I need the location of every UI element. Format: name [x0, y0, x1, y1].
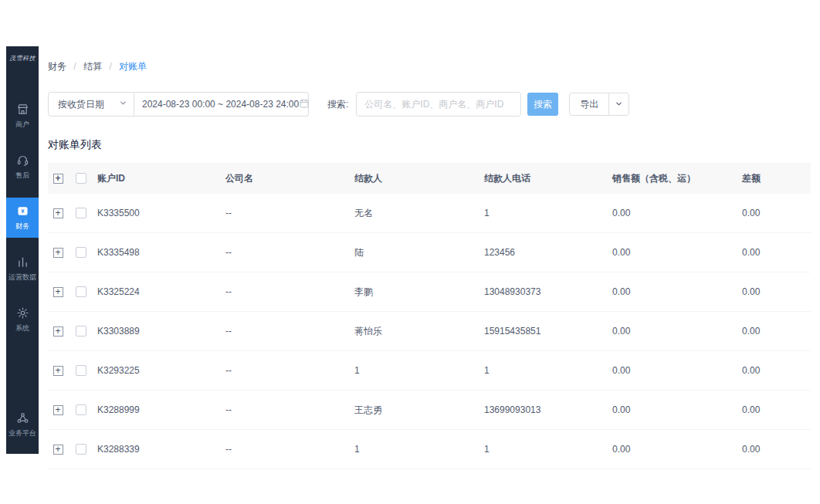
- row-checkbox[interactable]: [76, 326, 86, 337]
- sidebar-item-business-platform[interactable]: 业务平台: [6, 404, 39, 445]
- cell-company-name: --: [222, 247, 351, 258]
- expand-row-icon[interactable]: [53, 287, 63, 297]
- row-checkbox[interactable]: [76, 286, 86, 297]
- row-checkbox[interactable]: [76, 247, 86, 258]
- cell-payee-phone: 123456: [481, 247, 609, 258]
- sidebar-item-operations-data[interactable]: 运营数据: [6, 249, 39, 289]
- cell-payee: 王志勇: [351, 404, 481, 417]
- expand-row-icon[interactable]: [53, 445, 63, 455]
- expand-all-icon[interactable]: [53, 174, 63, 184]
- cell-sales-amount: 0.00: [609, 365, 739, 376]
- cell-account-id: K3293225: [94, 365, 222, 376]
- cell-difference: 0.00: [739, 247, 811, 258]
- sidebar-item-merchant[interactable]: 商户: [6, 96, 39, 136]
- export-dropdown-caret[interactable]: [608, 93, 629, 116]
- cell-payee: 蒋怡乐: [351, 325, 481, 338]
- cell-payee-phone: 13048930373: [481, 286, 609, 297]
- app-logo: 茂雪科技: [6, 46, 39, 69]
- sidebar: 茂雪科技 商户 售后: [6, 46, 39, 454]
- row-checkbox[interactable]: [76, 365, 86, 376]
- table-row: K3303889 -- 蒋怡乐 15915435851 0.00 0.00: [48, 312, 811, 351]
- sidebar-nav: 商户 售后 ¥ 财务: [6, 96, 39, 340]
- sidebar-item-system[interactable]: 系统: [6, 299, 39, 340]
- expand-row-icon[interactable]: [53, 208, 63, 218]
- cell-payee-phone: 1: [481, 444, 609, 455]
- row-checkbox[interactable]: [76, 208, 86, 218]
- table-header: 账户ID 公司名 结款人 结款人电话 销售额（含税、运） 差额: [48, 163, 811, 194]
- cell-company-name: --: [222, 208, 351, 218]
- cell-payee: 无名: [351, 207, 481, 220]
- header-payee: 结款人: [351, 172, 481, 185]
- main-content: 财务 / 结算 / 对账单 按收货日期 2024-08-23 00:00 ~ 2…: [48, 46, 811, 469]
- cell-sales-amount: 0.00: [609, 286, 739, 297]
- export-split-button: 导出: [569, 93, 629, 116]
- breadcrumb-item-statement: 对账单: [119, 61, 147, 72]
- cell-difference: 0.00: [739, 444, 811, 455]
- expand-row-icon[interactable]: [53, 405, 63, 415]
- filter-bar: 按收货日期 2024-08-23 00:00 ~ 2024-08-23 24:0…: [48, 92, 811, 117]
- expand-row-icon[interactable]: [53, 248, 63, 258]
- cell-payee-phone: 1: [481, 365, 609, 376]
- cell-payee: 李鹏: [351, 286, 481, 299]
- cell-difference: 0.00: [739, 404, 811, 415]
- date-type-value: 按收货日期: [58, 98, 104, 111]
- cell-payee-phone: 13699093013: [481, 404, 609, 415]
- sidebar-item-finance[interactable]: ¥ 财务: [6, 198, 39, 238]
- sidebar-item-label: 售后: [15, 171, 29, 181]
- select-all-checkbox[interactable]: [76, 173, 86, 184]
- chevron-down-icon: [119, 99, 127, 110]
- cell-payee-phone: 15915435851: [481, 326, 609, 337]
- calendar-icon: [299, 98, 310, 111]
- svg-text:¥: ¥: [21, 208, 25, 215]
- cell-account-id: K3335498: [94, 247, 222, 258]
- chevron-down-icon: [615, 99, 623, 110]
- cell-difference: 0.00: [739, 286, 811, 297]
- cell-company-name: --: [222, 326, 351, 337]
- cell-difference: 0.00: [739, 365, 811, 376]
- cell-payee: 陆: [351, 246, 481, 259]
- search-label: 搜索:: [327, 98, 348, 111]
- row-checkbox[interactable]: [76, 404, 86, 415]
- cell-account-id: K3288339: [94, 444, 222, 455]
- expand-row-icon[interactable]: [53, 326, 63, 337]
- breadcrumb-separator: /: [73, 61, 76, 72]
- header-account-id: 账户ID: [94, 172, 222, 185]
- cell-account-id: K3288999: [94, 404, 222, 415]
- cell-company-name: --: [222, 365, 351, 376]
- network-icon: [16, 411, 29, 425]
- row-checkbox[interactable]: [76, 444, 86, 455]
- date-range-value: 2024-08-23 00:00 ~ 2024-08-23 24:00: [142, 99, 299, 110]
- cell-sales-amount: 0.00: [609, 247, 739, 258]
- breadcrumb-item-finance[interactable]: 财务: [48, 61, 66, 72]
- date-range-picker[interactable]: 2024-08-23 00:00 ~ 2024-08-23 24:00: [134, 92, 309, 117]
- page-title: 对账单列表: [48, 138, 811, 152]
- table-row: K3335498 -- 陆 123456 0.00 0.00: [48, 233, 811, 272]
- cell-account-id: K3335500: [94, 208, 222, 218]
- cell-account-id: K3303889: [94, 326, 222, 337]
- search-button[interactable]: 搜索: [527, 93, 558, 116]
- finance-yuan-icon: ¥: [16, 205, 29, 218]
- sidebar-item-aftersales[interactable]: 售后: [6, 147, 39, 187]
- bar-chart-icon: [16, 255, 29, 269]
- date-type-select[interactable]: 按收货日期: [48, 92, 134, 117]
- cell-difference: 0.00: [739, 326, 811, 337]
- cell-account-id: K3325224: [94, 286, 222, 297]
- header-company-name: 公司名: [222, 172, 351, 185]
- sidebar-item-label: 商户: [15, 120, 29, 130]
- breadcrumb-separator: /: [109, 61, 111, 72]
- header-sales-amount: 销售额（含税、运）: [609, 172, 739, 185]
- breadcrumb-item-settlement[interactable]: 结算: [83, 61, 102, 72]
- breadcrumb: 财务 / 结算 / 对账单: [48, 60, 811, 73]
- export-button[interactable]: 导出: [569, 93, 609, 116]
- gear-icon: [16, 306, 29, 320]
- header-difference: 差额: [739, 172, 811, 185]
- cell-sales-amount: 0.00: [609, 404, 739, 415]
- expand-row-icon[interactable]: [53, 366, 63, 376]
- cell-sales-amount: 0.00: [609, 444, 739, 455]
- cell-sales-amount: 0.00: [609, 208, 739, 218]
- cell-payee: 1: [351, 444, 481, 455]
- search-input[interactable]: [356, 92, 521, 117]
- cell-difference: 0.00: [739, 208, 811, 218]
- store-icon: [16, 103, 29, 116]
- sidebar-item-label: 业务平台: [8, 428, 36, 438]
